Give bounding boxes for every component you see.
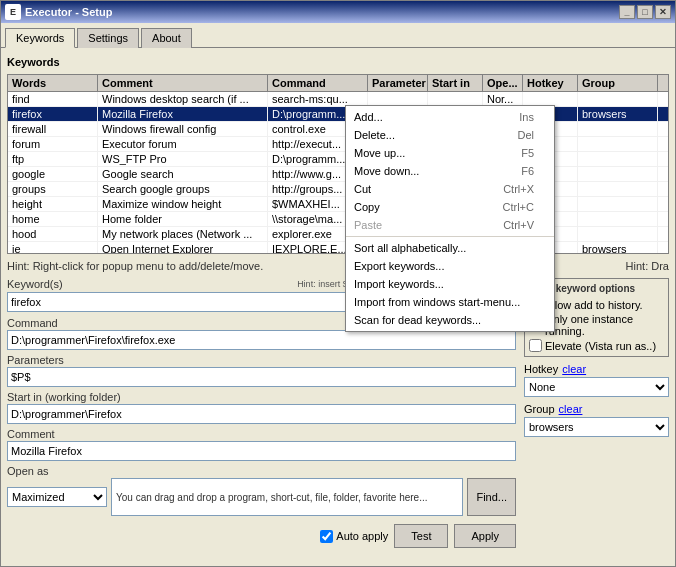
context-menu-item[interactable]: Import from windows start-menu... (346, 293, 554, 311)
startin-field-group: Start in (working folder) (7, 391, 516, 424)
table-cell: browsers (578, 242, 658, 254)
table-row[interactable]: ftpWS_FTP ProD:\programm... (8, 152, 668, 167)
context-menu-item-label: Add... (354, 111, 383, 123)
test-button[interactable]: Test (394, 524, 448, 548)
col-header-hotkey[interactable]: Hotkey (523, 75, 578, 91)
drag-drop-box[interactable]: You can drag and drop a program, short-c… (111, 478, 463, 516)
tab-keywords[interactable]: Keywords (5, 28, 75, 48)
context-menu-item[interactable]: CopyCtrl+C (346, 198, 554, 216)
table-cell: Nor... (483, 92, 523, 106)
table-cell: Mozilla Firefox (98, 107, 268, 121)
auto-apply-label: Auto apply (320, 530, 388, 543)
col-header-group[interactable]: Group (578, 75, 658, 91)
table-row[interactable]: homeHome folder\\storage\ma... (8, 212, 668, 227)
table-row[interactable]: firewallWindows firewall configcontrol.e… (8, 122, 668, 137)
table-cell: WS_FTP Pro (98, 152, 268, 166)
context-menu-item[interactable]: Scan for dead keywords... (346, 311, 554, 329)
group-select[interactable]: browsers (524, 417, 669, 437)
table-cell: height (8, 197, 98, 211)
parameters-input[interactable] (7, 367, 516, 387)
group-label: Group (524, 403, 555, 415)
table-cell: ftp (8, 152, 98, 166)
table-cell: forum (8, 137, 98, 151)
table-row[interactable]: googleGoogle searchhttp://www.g... (8, 167, 668, 182)
table-row[interactable]: forumExecutor forumhttp://execut... (8, 137, 668, 152)
table-cell (578, 152, 658, 166)
tab-settings[interactable]: Settings (77, 28, 139, 48)
col-header-words[interactable]: Words (8, 75, 98, 91)
title-bar: E Executor - Setup _ □ ✕ (1, 1, 675, 23)
hotkey-clear-link[interactable]: clear (562, 363, 586, 375)
table-cell (578, 197, 658, 211)
open-select[interactable]: Maximized Normal Minimized (7, 487, 107, 507)
context-menu-item[interactable]: CutCtrl+X (346, 180, 554, 198)
table-cell: home (8, 212, 98, 226)
table-cell (368, 92, 428, 106)
col-header-open[interactable]: Ope... (483, 75, 523, 91)
table-cell: My network places (Network ... (98, 227, 268, 241)
minimize-button[interactable]: _ (619, 5, 635, 19)
startin-field-label: Start in (working folder) (7, 391, 516, 403)
table-row[interactable]: firefoxMozilla FirefoxD:\programm...brow… (8, 107, 668, 122)
table-row[interactable]: heightMaximize window height$WMAXHEI... (8, 197, 668, 212)
comment-field-label: Comment (7, 428, 516, 440)
comment-input[interactable] (7, 441, 516, 461)
context-menu-item[interactable]: Move down...F6 (346, 162, 554, 180)
apply-button[interactable]: Apply (454, 524, 516, 548)
context-menu-item[interactable]: Delete...Del (346, 126, 554, 144)
table-row[interactable]: hoodMy network places (Network ...explor… (8, 227, 668, 242)
keywords-table[interactable]: Words Comment Command Parameter Start in… (7, 74, 669, 254)
hotkey-select[interactable]: None (524, 377, 669, 397)
bottom-section: Keyword(s) Hint: insert $P$ or $U$ = par… (7, 278, 669, 560)
table-cell: find (8, 92, 98, 106)
window-title: Executor - Setup (25, 6, 112, 18)
context-menu-item-label: Move down... (354, 165, 419, 177)
command-input[interactable] (7, 330, 516, 350)
elevate-checkbox[interactable] (529, 339, 542, 352)
hotkey-label: Hotkey (524, 363, 558, 375)
tab-about[interactable]: About (141, 28, 192, 48)
table-header: Words Comment Command Parameter Start in… (8, 75, 668, 92)
context-menu-separator (346, 236, 554, 237)
keywords-section-label: Keywords (7, 54, 669, 70)
context-menu-shortcut: F6 (521, 165, 534, 177)
table-cell: Home folder (98, 212, 268, 226)
table-cell: hood (8, 227, 98, 241)
context-menu-item-label: Sort all alphabetically... (354, 242, 466, 254)
context-menu-item[interactable]: Sort all alphabetically... (346, 239, 554, 257)
col-header-comment[interactable]: Comment (98, 75, 268, 91)
table-cell (578, 212, 658, 226)
bottom-buttons: Auto apply Test Apply (7, 520, 516, 548)
table-row[interactable]: groupsSearch google groupshttp://groups.… (8, 182, 668, 197)
context-menu-item[interactable]: Add...Ins (346, 108, 554, 126)
table-cell: Windows desktop search (if ... (98, 92, 268, 106)
context-menu-item: PasteCtrl+V (346, 216, 554, 234)
table-cell: Windows firewall config (98, 122, 268, 136)
context-menu-item[interactable]: Export keywords... (346, 257, 554, 275)
group-clear-link[interactable]: clear (559, 403, 583, 415)
col-header-param[interactable]: Parameter (368, 75, 428, 91)
one-instance-label: Only one instance running. (545, 313, 664, 337)
table-cell (578, 92, 658, 106)
close-button[interactable]: ✕ (655, 5, 671, 19)
context-menu-item-label: Delete... (354, 129, 395, 141)
keywords-field-label: Keyword(s) (7, 278, 63, 290)
table-cell: Executor forum (98, 137, 268, 151)
table-row[interactable]: findWindows desktop search (if ...search… (8, 92, 668, 107)
content-area: Keywords Words Comment Command Parameter… (1, 48, 675, 566)
auto-apply-checkbox[interactable] (320, 530, 333, 543)
table-body: findWindows desktop search (if ...search… (8, 92, 668, 254)
startin-input[interactable] (7, 404, 516, 424)
table-row[interactable]: ieOpen Internet ExplorerIEXPLORE.E...bro… (8, 242, 668, 254)
maximize-button[interactable]: □ (637, 5, 653, 19)
context-menu-item[interactable]: Import keywords... (346, 275, 554, 293)
col-header-command[interactable]: Command (268, 75, 368, 91)
parameters-field-group: Parameters (7, 354, 516, 387)
context-menu-item[interactable]: Move up...F5 (346, 144, 554, 162)
group-section: Group clear browsers (524, 403, 669, 437)
hint-left: Hint: Right-click for popup menu to add/… (7, 260, 263, 272)
table-cell: google (8, 167, 98, 181)
col-header-startin[interactable]: Start in (428, 75, 483, 91)
main-window: E Executor - Setup _ □ ✕ Keywords Settin… (0, 0, 676, 567)
find-button[interactable]: Find... (467, 478, 516, 516)
